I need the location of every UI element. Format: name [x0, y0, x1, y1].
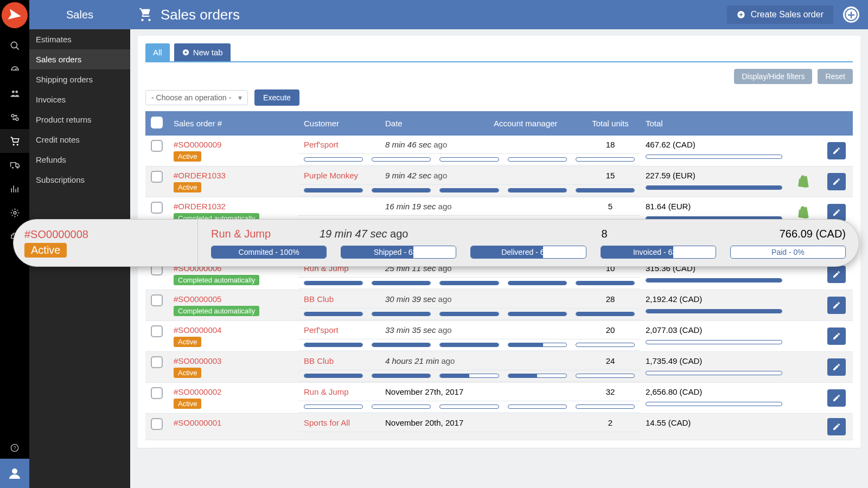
- col-total[interactable]: Total: [640, 111, 788, 136]
- order-link[interactable]: #SO0000005: [174, 294, 221, 304]
- reset-filters-button[interactable]: Reset: [818, 69, 853, 84]
- svg-point-11: [14, 211, 16, 214]
- mini-progress: [372, 157, 431, 162]
- order-link[interactable]: #ORDER1033: [174, 171, 226, 180]
- row-checkbox[interactable]: [151, 387, 163, 399]
- progress-paid: Paid - 0%: [730, 246, 846, 259]
- mini-progress: [576, 312, 635, 316]
- row-checkbox[interactable]: [151, 140, 163, 152]
- mini-progress: [372, 188, 431, 192]
- edit-button[interactable]: [827, 418, 846, 435]
- operation-select[interactable]: - Choose an operation -: [145, 90, 248, 105]
- svg-point-10: [16, 166, 18, 168]
- callout-customer-link[interactable]: Run & Jump: [211, 228, 320, 240]
- callout-order-link[interactable]: #SO0000008: [24, 228, 187, 241]
- customer-link[interactable]: Perf'sport: [304, 140, 339, 149]
- col-date[interactable]: Date: [380, 111, 488, 136]
- users-icon[interactable]: [0, 81, 29, 105]
- mini-progress: [576, 374, 635, 378]
- shopify-icon: [797, 204, 811, 221]
- row-units: 2: [580, 414, 640, 432]
- col-order[interactable]: Sales order #: [168, 111, 298, 136]
- edit-button[interactable]: [827, 266, 846, 283]
- app-logo[interactable]: [0, 0, 30, 30]
- display-hide-filters-button[interactable]: Display/Hide filters: [734, 69, 812, 84]
- help-icon[interactable]: ?: [0, 437, 29, 459]
- mini-progress: [508, 404, 567, 409]
- progress-invoiced: Invoiced - 63%: [601, 246, 716, 259]
- row-date: 33 min 35 sec ago: [380, 321, 488, 339]
- edit-button[interactable]: [827, 389, 846, 407]
- mini-progress: [439, 404, 499, 409]
- procurement-icon[interactable]: [0, 105, 29, 129]
- customer-link[interactable]: Run & Jump: [304, 387, 349, 396]
- col-customer[interactable]: Customer: [298, 111, 380, 136]
- customer-link[interactable]: BB Club: [304, 294, 334, 304]
- cart-icon[interactable]: [0, 129, 29, 153]
- operation-row: - Choose an operation - Execute: [145, 89, 853, 106]
- row-callout: #SO0000008 Active Run & Jump 19 min 47 s…: [13, 219, 859, 267]
- mini-progress: [576, 188, 635, 192]
- chart-icon[interactable]: [0, 177, 29, 201]
- order-link[interactable]: #SO0000003: [174, 356, 221, 365]
- nav-estimates[interactable]: Estimates: [29, 29, 130, 49]
- row-checkbox[interactable]: [151, 294, 163, 306]
- table-row: #SO0000004 Active Perf'sport 33 min 35 s…: [145, 321, 853, 352]
- col-manager[interactable]: Account manager: [488, 111, 580, 136]
- order-link[interactable]: #ORDER1032: [174, 202, 226, 211]
- progress-delivered: Delivered - 63%: [470, 246, 586, 259]
- tab-new[interactable]: New tab: [174, 43, 231, 61]
- create-sales-order-button[interactable]: Create Sales order: [727, 5, 833, 24]
- row-checkbox[interactable]: [151, 325, 163, 337]
- edit-button[interactable]: [827, 297, 846, 314]
- dashboard-icon[interactable]: [0, 57, 29, 81]
- customer-link[interactable]: Purple Monkey: [304, 171, 358, 180]
- row-checkbox[interactable]: [151, 171, 163, 183]
- nav-invoices[interactable]: Invoices: [29, 89, 130, 110]
- edit-button[interactable]: [827, 173, 846, 190]
- search-icon[interactable]: [0, 34, 29, 57]
- progress-shipped: Shipped - 63%: [341, 246, 456, 259]
- nav-refunds[interactable]: Refunds: [29, 150, 130, 170]
- svg-point-0: [11, 42, 17, 48]
- mini-progress: [439, 157, 499, 162]
- status-badge: Completed automatically: [174, 275, 259, 285]
- customer-link[interactable]: BB Club: [304, 356, 334, 365]
- gear-icon[interactable]: [0, 201, 29, 224]
- customer-link[interactable]: Sports for All: [304, 418, 350, 427]
- mini-progress: [372, 281, 431, 285]
- nav-sales-orders[interactable]: Sales orders: [29, 49, 130, 69]
- nav-shipping-orders[interactable]: Shipping orders: [29, 69, 130, 89]
- edit-button[interactable]: [827, 358, 846, 376]
- nav-subscriptions[interactable]: Subscriptions: [29, 170, 130, 190]
- edit-button[interactable]: [827, 328, 846, 345]
- add-icon[interactable]: ＋: [843, 7, 859, 23]
- row-date: November 20th, 2017: [380, 414, 488, 432]
- order-link[interactable]: #SO0000002: [174, 387, 221, 396]
- order-link[interactable]: #SO0000001: [174, 418, 221, 427]
- current-user-icon[interactable]: [0, 459, 29, 488]
- row-checkbox[interactable]: [151, 202, 163, 214]
- tab-all[interactable]: All: [145, 43, 170, 61]
- mini-progress: [304, 343, 363, 347]
- customer-link[interactable]: Perf'sport: [304, 325, 339, 335]
- order-link[interactable]: #SO0000009: [174, 140, 221, 149]
- select-all-checkbox[interactable]: [151, 117, 163, 129]
- nav-product-returns[interactable]: Product returns: [29, 110, 130, 130]
- execute-button[interactable]: Execute: [254, 89, 299, 106]
- page-title-text: Sales orders: [161, 7, 240, 23]
- mini-progress: [304, 281, 363, 285]
- callout-total: 766.09 (CAD): [705, 228, 846, 240]
- edit-button[interactable]: [827, 142, 846, 159]
- filters-row: Display/Hide filters Reset: [145, 69, 853, 84]
- mini-progress: [304, 157, 363, 162]
- order-link[interactable]: #SO0000004: [174, 325, 221, 335]
- table-row: #SO0000005 Completed automatically BB Cl…: [145, 290, 853, 321]
- mini-progress: [304, 188, 363, 192]
- nav-credit-notes[interactable]: Credit notes: [29, 130, 130, 150]
- col-units[interactable]: Total units: [580, 111, 640, 136]
- callout-units: 8: [504, 228, 705, 240]
- row-checkbox[interactable]: [151, 418, 163, 430]
- truck-icon[interactable]: [0, 153, 29, 177]
- row-checkbox[interactable]: [151, 356, 163, 368]
